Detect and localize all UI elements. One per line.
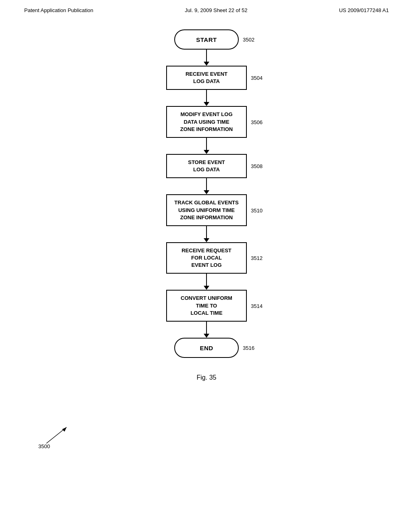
node-wrapper-3512: RECEIVE REQUESTFOR LOCALEVENT LOG 3512 <box>166 242 247 274</box>
arrow-line-6 <box>206 274 207 286</box>
node-3514: CONVERT UNIFORMTIME TOLOCAL TIME <box>166 290 247 322</box>
diagram-ref-arrow <box>44 425 73 445</box>
arrow-head-1 <box>204 62 209 66</box>
node-3504: RECEIVE EVENTLOG DATA <box>166 66 247 90</box>
label-3516: 3516 <box>243 345 254 351</box>
label-3514: 3514 <box>251 303 263 309</box>
node-3506: MODIFY EVENT LOGDATA USING TIMEZONE INFO… <box>166 106 247 138</box>
header-publication: Patent Application Publication <box>24 7 93 13</box>
node-wrapper-start: START 3502 <box>174 29 239 50</box>
arrow-5 <box>204 226 209 242</box>
node-container-start: START 3502 <box>174 29 239 50</box>
header-patent-number: US 2009/0177248 A1 <box>339 7 389 13</box>
arrow-head-6 <box>204 286 209 290</box>
svg-marker-1 <box>62 427 67 432</box>
node-container-3512: RECEIVE REQUESTFOR LOCALEVENT LOG 3512 <box>166 242 247 274</box>
node-container-3508: STORE EVENTLOG DATA 3508 <box>166 154 247 178</box>
arrow-6 <box>204 274 209 290</box>
node-end: END <box>174 338 239 358</box>
arrow-head-3 <box>204 150 209 154</box>
arrow-2 <box>204 90 209 106</box>
arrow-line-7 <box>206 322 207 334</box>
arrow-head-2 <box>204 102 209 106</box>
arrow-head-7 <box>204 334 209 338</box>
node-wrapper-3506: MODIFY EVENT LOGDATA USING TIMEZONE INFO… <box>166 106 247 138</box>
arrow-4 <box>204 178 209 194</box>
arrow-line-5 <box>206 226 207 238</box>
arrow-3 <box>204 138 209 154</box>
node-wrapper-3510: TRACK GLOBAL EVENTSUSING UNIFORM TIMEZON… <box>166 194 247 226</box>
node-wrapper-3508: STORE EVENTLOG DATA 3508 <box>166 154 247 178</box>
arrow-line-4 <box>206 178 207 190</box>
label-3506: 3506 <box>251 119 263 125</box>
arrow-line-3 <box>206 138 207 150</box>
arrow-7 <box>204 322 209 338</box>
node-wrapper-3514: CONVERT UNIFORMTIME TOLOCAL TIME 3514 <box>166 290 247 322</box>
node-container-end: END 3516 <box>174 338 239 358</box>
label-3502: 3502 <box>243 37 254 43</box>
arrow-head-5 <box>204 238 209 242</box>
arrow-line-1 <box>206 50 207 62</box>
node-wrapper-3504: RECEIVE EVENTLOG DATA 3504 <box>166 66 247 90</box>
label-3508: 3508 <box>251 163 263 169</box>
figure-caption: Fig. 35 <box>197 374 217 381</box>
node-3510: TRACK GLOBAL EVENTSUSING UNIFORM TIMEZON… <box>166 194 247 226</box>
node-3508: STORE EVENTLOG DATA <box>166 154 247 178</box>
flowchart: START 3502 RECEIVE EVENTLOG DATA 3504 M <box>166 29 247 358</box>
node-container-3506: MODIFY EVENT LOGDATA USING TIMEZONE INFO… <box>166 106 247 138</box>
node-container-3510: TRACK GLOBAL EVENTSUSING UNIFORM TIMEZON… <box>166 194 247 226</box>
arrow-1 <box>204 50 209 66</box>
node-container-3504: RECEIVE EVENTLOG DATA 3504 <box>166 66 247 90</box>
label-3512: 3512 <box>251 255 263 261</box>
label-3510: 3510 <box>251 207 263 213</box>
node-start: START <box>174 29 239 50</box>
label-3504: 3504 <box>251 75 263 81</box>
node-3512: RECEIVE REQUESTFOR LOCALEVENT LOG <box>166 242 247 274</box>
arrow-line-2 <box>206 90 207 102</box>
page-header: Patent Application Publication Jul. 9, 2… <box>0 0 413 17</box>
diagram-area: START 3502 RECEIVE EVENTLOG DATA 3504 M <box>0 17 413 381</box>
header-date-sheet: Jul. 9, 2009 Sheet 22 of 52 <box>185 7 247 13</box>
node-wrapper-end: END 3516 <box>174 338 239 358</box>
arrow-head-4 <box>204 190 209 194</box>
node-container-3514: CONVERT UNIFORMTIME TOLOCAL TIME 3514 <box>166 290 247 322</box>
